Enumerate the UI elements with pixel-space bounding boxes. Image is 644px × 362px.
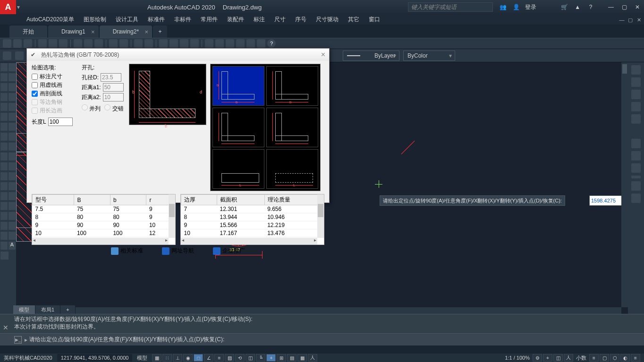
table-vscroll[interactable] — [169, 194, 175, 238]
offset-icon[interactable] — [0, 182, 8, 190]
view-full-icon[interactable] — [631, 151, 641, 160]
scale-icon[interactable] — [0, 202, 8, 210]
promo-button[interactable]: 企业推广 — [213, 247, 245, 255]
web-nav-button[interactable]: 网址导航 — [162, 247, 194, 255]
menu-item[interactable]: 尺寸驱动 — [312, 16, 342, 24]
text-a-icon[interactable]: A — [8, 242, 16, 250]
block-editor-icon[interactable] — [119, 39, 128, 48]
zoom-window-icon[interactable] — [180, 39, 188, 48]
qp-toggle-icon[interactable]: ▤ — [287, 354, 297, 362]
nav-zoom-icon[interactable] — [631, 90, 641, 99]
match-prop-icon[interactable] — [109, 39, 118, 48]
otrack-toggle-icon[interactable]: ∠ — [204, 354, 213, 362]
checkbox-long-edge[interactable]: 用长边画 — [32, 107, 78, 115]
move-icon[interactable] — [0, 192, 8, 200]
rectangle-icon[interactable] — [8, 83, 16, 91]
layer-icon[interactable] — [3, 51, 11, 60]
hole-d-input[interactable] — [101, 73, 121, 82]
undo-icon[interactable] — [134, 39, 143, 48]
zoom-icon[interactable] — [169, 39, 178, 48]
menu-item[interactable]: 标准件 — [144, 16, 169, 24]
mtext-icon[interactable] — [0, 152, 8, 160]
vertical-scrollbar[interactable] — [621, 62, 628, 307]
sheet-set-icon[interactable] — [236, 39, 245, 48]
grid-toggle-icon[interactable]: ▦ — [152, 354, 161, 362]
menu-item[interactable]: 非标件 — [170, 16, 195, 24]
menu-item[interactable]: 窗口 — [365, 16, 384, 24]
publish-icon[interactable] — [59, 39, 68, 48]
3dosnap-toggle-icon[interactable]: ◫ — [246, 354, 255, 362]
thumb-1[interactable]: bb — [212, 66, 264, 106]
table-icon[interactable] — [8, 143, 16, 151]
linetype-dropdown[interactable]: ByLayer — [343, 51, 399, 61]
cmd-close-icon[interactable]: ✕ — [3, 324, 8, 331]
table-1[interactable]: 型号Bbr 7.575759 880809 9909010 1010010012… — [32, 194, 176, 245]
cycling-toggle-icon[interactable]: ⟲ — [235, 354, 245, 362]
plot-preview-icon[interactable] — [49, 39, 57, 48]
layer-states-icon[interactable] — [15, 51, 24, 60]
checkbox-dashed[interactable]: 用虚线画 — [32, 81, 78, 89]
nav-wheel-icon[interactable] — [631, 65, 641, 75]
sc-toggle-icon[interactable]: ⊞ — [277, 354, 286, 362]
thumb-5[interactable]: L — [212, 149, 264, 189]
table-hscroll[interactable] — [181, 238, 317, 244]
hardware-icon[interactable]: ◐ — [620, 354, 630, 362]
thumb-3[interactable] — [212, 108, 264, 147]
chamfer-icon[interactable] — [8, 232, 16, 240]
menu-item[interactable]: 序号 — [291, 16, 310, 24]
wipeout-icon[interactable] — [8, 152, 16, 160]
paste-icon[interactable] — [94, 39, 103, 48]
cut-icon[interactable] — [74, 39, 82, 48]
dyn-ucs-icon[interactable]: ╚ — [256, 354, 265, 362]
view-dash-icon[interactable] — [631, 176, 641, 178]
horizontal-scrollbar[interactable] — [16, 307, 621, 314]
menu-item[interactable]: 常用件 — [197, 16, 221, 24]
help-icon[interactable]: ? — [267, 39, 276, 48]
tab-drawing2[interactable]: Drawing2*× — [100, 25, 152, 38]
quickcalc-icon[interactable] — [257, 39, 265, 48]
maximize-button[interactable]: ▢ — [618, 1, 631, 13]
modify-icon[interactable] — [0, 162, 8, 170]
dialog-close-button[interactable]: × — [321, 51, 325, 59]
region-icon[interactable] — [0, 143, 8, 151]
table-2[interactable]: 边厚截面积理论质量 712.3019.656 813.94410.946 915… — [180, 194, 324, 245]
checkbox-equal[interactable]: 等边角钢 — [32, 98, 78, 106]
join-icon[interactable] — [8, 222, 16, 230]
exchange-icon[interactable]: 🛒 — [560, 3, 568, 11]
model-label[interactable]: 模型 — [137, 354, 147, 362]
save-icon[interactable] — [24, 39, 32, 48]
point-icon[interactable] — [8, 133, 16, 141]
nav-showmotion-icon[interactable] — [631, 114, 641, 124]
more-icon[interactable] — [0, 252, 8, 260]
anno-vis-icon[interactable]: 人 — [564, 354, 573, 362]
qat-dropdown-icon[interactable]: ▾ — [17, 4, 25, 10]
new-icon[interactable] — [3, 39, 11, 48]
table-vscroll[interactable] — [317, 194, 324, 238]
tab-add[interactable]: + — [153, 25, 167, 38]
properties-icon[interactable] — [205, 39, 213, 48]
dist1-input[interactable] — [103, 83, 124, 92]
sc-monitor-icon[interactable]: ▦ — [297, 354, 307, 362]
max-icon[interactable]: + — [543, 354, 552, 362]
menu-item[interactable]: 装配件 — [223, 16, 248, 24]
app-store-icon[interactable]: ▲ — [573, 3, 582, 11]
polar-toggle-icon[interactable]: ◉ — [183, 354, 193, 362]
copy-icon[interactable] — [84, 39, 93, 48]
erase-icon[interactable] — [8, 162, 16, 170]
polygon-icon[interactable] — [0, 83, 8, 91]
ortho-toggle-icon[interactable]: ⊥ — [173, 354, 182, 362]
menu-item[interactable]: 设计工具 — [112, 16, 142, 24]
osnap-toggle-icon[interactable]: □ — [194, 354, 203, 362]
units-display[interactable]: 小数 — [574, 354, 588, 362]
doc-close-button[interactable]: ✕ — [635, 16, 643, 24]
stretch-icon[interactable] — [8, 202, 16, 210]
ray-icon[interactable] — [8, 63, 16, 71]
minimize-button[interactable]: — — [604, 1, 618, 13]
plotstyle-dropdown[interactable]: ByColor — [403, 51, 455, 61]
tab-drawing1[interactable]: Drawing1× — [48, 25, 99, 38]
annotation-icon[interactable]: 人 — [308, 354, 317, 362]
arc-icon[interactable] — [0, 93, 8, 101]
menu-item[interactable]: 图形绘制 — [80, 16, 110, 24]
dyn-input-icon[interactable]: + — [266, 354, 276, 362]
app-logo[interactable]: A — [0, 0, 16, 14]
